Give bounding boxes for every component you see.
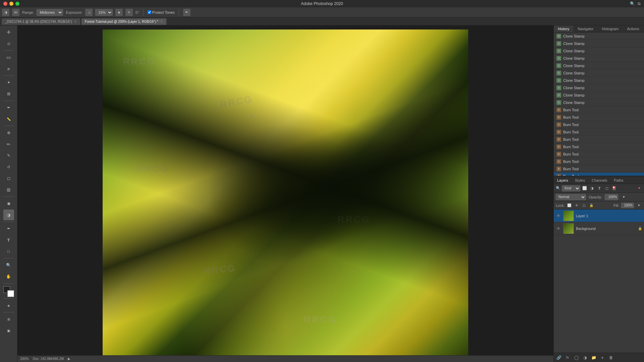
- add-mask-btn[interactable]: ◯: [573, 355, 579, 361]
- exposure-slider-icon[interactable]: ◁: [85, 9, 93, 16]
- brush-btn[interactable]: ✏: [3, 139, 14, 149]
- quick-mask-btn[interactable]: ◈: [3, 300, 14, 311]
- new-layer-btn[interactable]: +: [599, 355, 605, 361]
- magic-wand-btn[interactable]: ✦: [3, 77, 14, 88]
- history-item-h16[interactable]: BBurn Tool: [554, 143, 644, 150]
- hand-btn[interactable]: ✋: [3, 271, 14, 282]
- canvas-area[interactable]: RRCG RRCG RRCG RRCG RRCG RRCG 200% Doc: …: [17, 25, 553, 362]
- search-layers-icon[interactable]: 🔍: [556, 186, 560, 190]
- pixel-filter-icon[interactable]: ⬜: [582, 185, 588, 191]
- history-item-h20[interactable]: BBurn Tool: [554, 173, 644, 176]
- clone-stamp-btn[interactable]: ✎: [3, 150, 14, 161]
- healing-btn[interactable]: ⊕: [3, 127, 14, 138]
- move-tool-btn[interactable]: ✛: [3, 27, 14, 38]
- layers-tab-styles[interactable]: Styles: [572, 177, 588, 184]
- dodge-burn-btn[interactable]: ◑: [3, 209, 14, 220]
- protect-tones-checkbox[interactable]: Protect Tones: [148, 10, 175, 14]
- tab-forest-close[interactable]: ✕: [160, 20, 163, 23]
- arrange-icon[interactable]: ⧉: [638, 1, 641, 6]
- actions-tab[interactable]: Actions: [623, 25, 643, 32]
- history-item-h11[interactable]: BBurn Tool: [554, 106, 644, 114]
- blend-mode-select[interactable]: Normal Multiply Screen Overlay: [556, 194, 586, 200]
- lasso-tool-btn[interactable]: ⌀: [3, 63, 14, 74]
- vector-filter-icon[interactable]: ◻: [604, 185, 610, 191]
- exposure-value[interactable]: 15% 10% 20%: [95, 9, 113, 16]
- maximize-button[interactable]: [15, 2, 19, 6]
- smart-filter-icon[interactable]: 🎴: [611, 185, 617, 191]
- background-color[interactable]: [7, 290, 14, 297]
- lock-position-icon[interactable]: ✛: [574, 203, 579, 208]
- history-item-h10[interactable]: SClone Stamp: [554, 99, 644, 106]
- opacity-dropdown-icon[interactable]: ▾: [621, 194, 627, 200]
- history-item-h2[interactable]: SClone Stamp: [554, 40, 644, 47]
- kind-filter-select[interactable]: Kind Name Effect: [562, 185, 580, 191]
- adjust-filter-icon[interactable]: ◑: [589, 185, 595, 191]
- lock-artboard-icon[interactable]: ◻: [581, 203, 587, 208]
- angle-icon[interactable]: ↻: [125, 9, 133, 16]
- color-swatch[interactable]: [3, 286, 14, 297]
- crop-tool-btn[interactable]: ⊞: [3, 88, 14, 99]
- artboard-tool-btn[interactable]: ⊡: [3, 38, 14, 49]
- close-button[interactable]: [3, 2, 7, 6]
- type-btn[interactable]: T: [3, 235, 14, 245]
- screen-mode-btn[interactable]: ⊞: [3, 314, 14, 324]
- range-select[interactable]: Midtones Shadows Highlights: [37, 9, 63, 16]
- background-visibility[interactable]: 👁: [556, 226, 561, 231]
- histogram-tab[interactable]: Histogram: [598, 25, 623, 32]
- airbrush-icon[interactable]: ✒: [183, 9, 191, 16]
- lock-all-icon[interactable]: 🔒: [589, 203, 594, 208]
- layers-tab-channels[interactable]: Channels: [588, 177, 610, 184]
- layers-tab-layers[interactable]: Layers: [554, 177, 572, 184]
- history-item-h4[interactable]: SClone Stamp: [554, 55, 644, 62]
- history-item-h13[interactable]: BBurn Tool: [554, 121, 644, 128]
- layers-tab-paths[interactable]: Paths: [610, 177, 627, 184]
- history-tab[interactable]: History: [554, 25, 574, 32]
- history-item-h14[interactable]: BBurn Tool: [554, 128, 644, 136]
- link-layers-btn[interactable]: 🔗: [556, 355, 562, 361]
- layer1-visibility[interactable]: 👁: [556, 213, 561, 219]
- fill-input[interactable]: [621, 203, 634, 208]
- history-item-h9[interactable]: SClone Stamp: [554, 92, 644, 99]
- layer-item-layer1[interactable]: 👁 Layer 1: [554, 209, 644, 222]
- tab-forest[interactable]: Forest-Tutorial.psd @ 200% (Layer 1, RGB…: [81, 18, 167, 25]
- frame-btn[interactable]: ▣: [3, 325, 14, 336]
- history-item-h12[interactable]: BBurn Tool: [554, 114, 644, 121]
- history-brush-btn[interactable]: ↺: [3, 162, 14, 172]
- navigator-tab[interactable]: Navigator: [574, 25, 598, 32]
- history-item-h6[interactable]: SClone Stamp: [554, 69, 644, 77]
- history-item-h3[interactable]: SClone Stamp: [554, 47, 644, 55]
- shape-btn[interactable]: □: [3, 246, 14, 257]
- exposure-picker-icon[interactable]: ◈: [115, 9, 123, 16]
- history-item-h15[interactable]: BBurn Tool: [554, 136, 644, 143]
- blur-btn[interactable]: ◉: [3, 198, 14, 209]
- protect-tones-input[interactable]: [148, 10, 151, 14]
- add-style-btn[interactable]: fx: [565, 355, 571, 361]
- gradient-btn[interactable]: ▥: [3, 184, 14, 195]
- add-adjustment-btn[interactable]: ◑: [582, 355, 588, 361]
- lock-pixels-icon[interactable]: ⬜: [567, 203, 572, 208]
- tab-dsc1744[interactable]: _DSC1744-1 @ 38.4% (DSC1744, RGB/16°) ✕: [1, 18, 80, 25]
- tab-dsc1744-close[interactable]: ✕: [74, 20, 77, 23]
- pen-btn[interactable]: ✒: [3, 223, 14, 234]
- history-item-h8[interactable]: SClone Stamp: [554, 84, 644, 92]
- create-group-btn[interactable]: 📁: [591, 355, 597, 361]
- history-item-h18[interactable]: BBurn Tool: [554, 158, 644, 165]
- brush-size-icon[interactable]: 90: [12, 9, 19, 16]
- minimize-button[interactable]: [9, 2, 13, 6]
- history-item-h19[interactable]: BBurn Tool: [554, 165, 644, 173]
- arrow-btn[interactable]: ▶: [68, 357, 70, 361]
- filter-toggle-icon[interactable]: ✦: [636, 185, 642, 191]
- history-item-h7[interactable]: SClone Stamp: [554, 77, 644, 84]
- fill-dropdown-icon[interactable]: ▾: [636, 202, 642, 208]
- history-item-h17[interactable]: BBurn Tool: [554, 150, 644, 158]
- delete-layer-btn[interactable]: 🗑: [608, 355, 614, 361]
- eraser-btn[interactable]: ◻: [3, 173, 14, 184]
- zoom-btn[interactable]: 🔍: [3, 260, 14, 270]
- eyedropper-btn[interactable]: ✒: [3, 102, 14, 113]
- history-item-h5[interactable]: SClone Stamp: [554, 62, 644, 69]
- layer-item-background[interactable]: 👁 Background 🔒: [554, 222, 644, 235]
- history-item-h1[interactable]: SClone Stamp: [554, 33, 644, 40]
- opacity-input[interactable]: [605, 194, 618, 200]
- search-icon[interactable]: 🔍: [630, 1, 635, 6]
- ruler-btn[interactable]: 📏: [3, 114, 14, 124]
